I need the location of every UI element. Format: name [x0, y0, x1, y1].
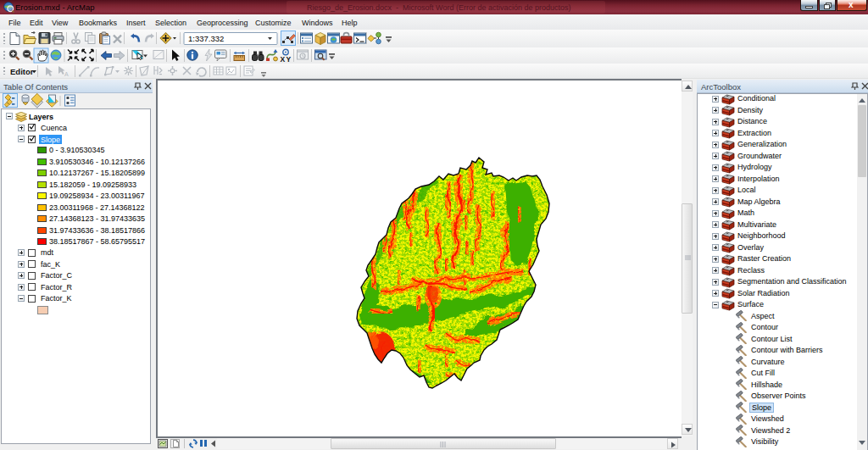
svg-text:X: X — [281, 55, 286, 64]
svg-text:A: A — [64, 71, 69, 77]
svg-text:Y: Y — [287, 55, 292, 64]
svg-text:1:337.332: 1:337.332 — [188, 34, 224, 43]
svg-text:Editor: Editor — [10, 67, 34, 76]
